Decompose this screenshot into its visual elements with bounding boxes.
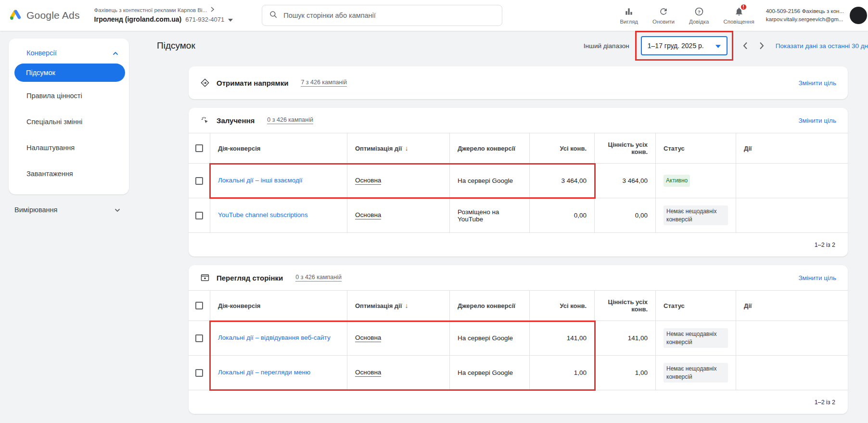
col-header-conversion-action[interactable]: Дія-конверсія <box>210 291 347 320</box>
left-navigation: Конверсії Підсумок Правила цінності Спец… <box>0 31 144 423</box>
sidebar-section-measurement[interactable]: Вимірювання <box>9 206 129 214</box>
select-all-cell <box>189 291 210 320</box>
col-header-all-conv-value[interactable]: Цінність усіх конв. <box>595 291 656 320</box>
page-title: Підсумок <box>157 40 195 51</box>
page-header: Підсумок Інший діапазон 1–17 груд. 2025 … <box>144 31 868 61</box>
global-search[interactable] <box>262 5 502 26</box>
nav-refresh[interactable]: Оновити <box>652 6 675 25</box>
col-header-actions[interactable]: Дії <box>736 291 848 320</box>
pagination-label: 1–2 із 2 <box>815 399 835 406</box>
goal-cards: Отримати напрямки 7 з 426 кампаній Зміни… <box>189 66 848 414</box>
col-header-source[interactable]: Джерело конверсії <box>450 133 530 163</box>
conversions-nav-card: Конверсії Підсумок Правила цінності Спец… <box>9 38 129 194</box>
col-header-source[interactable]: Джерело конверсії <box>450 291 530 320</box>
chevron-right-icon <box>211 7 214 14</box>
conversion-action-link[interactable]: Локальні дії – відвідування веб-сайту <box>218 333 331 343</box>
conversions-table-pageview: Дія-конверсія Оптимізація дії ↓ Джерело … <box>189 290 848 390</box>
sidebar-item-summary[interactable]: Підсумок <box>14 64 125 82</box>
col-header-optimization[interactable]: Оптимізація дії ↓ <box>347 133 450 163</box>
campaign-count-link[interactable]: 7 з 426 кампаній <box>301 79 347 87</box>
nav-refresh-label: Оновити <box>652 19 675 25</box>
conversion-action-link[interactable]: Локальні дії – перегляди меню <box>218 368 310 377</box>
nav-appearance[interactable]: Вигляд <box>620 6 638 25</box>
page-body: Конверсії Підсумок Правила цінності Спец… <box>0 31 868 423</box>
caret-down-icon <box>715 42 721 50</box>
row-checkbox[interactable] <box>195 212 203 219</box>
optimization-value[interactable]: Основна <box>355 334 381 342</box>
checkbox-cell <box>189 164 210 198</box>
optimization-value[interactable]: Основна <box>355 177 381 185</box>
status-badge: Немає нещодавніх конверсій <box>664 328 728 347</box>
date-prev-button[interactable] <box>737 39 753 52</box>
profile-info[interactable]: 400-509-2156 Фахівець з кон... karpov.vi… <box>766 7 844 24</box>
row-checkbox[interactable] <box>195 334 203 342</box>
col-header-all-conv[interactable]: Усі конв. <box>530 133 595 163</box>
sidebar-section-conversions[interactable]: Конверсії <box>9 43 129 63</box>
topbar-nav: Вигляд Оновити ? Довідка ! Сповіщення <box>620 6 754 25</box>
date-range-button[interactable]: 1–17 груд. 2025 р. <box>641 36 728 55</box>
col-header-all-conv-value[interactable]: Цінність усіх конв. <box>595 133 656 163</box>
optimization-value[interactable]: Основна <box>355 369 381 377</box>
nav-help-label: Довідка <box>689 19 709 25</box>
row-checkbox[interactable] <box>195 177 203 185</box>
table-row: YouTube channel subscriptions Основна Ро… <box>189 198 848 233</box>
conversion-action-link[interactable]: YouTube channel subscriptions <box>218 211 308 220</box>
actions-cell <box>736 198 848 232</box>
account-name: Ігроленд (igroland.com.ua) <box>94 15 182 24</box>
change-goal-link[interactable]: Змінити ціль <box>798 117 836 124</box>
section-title: Перегляд сторінки <box>217 274 283 282</box>
search-input[interactable] <box>283 12 495 19</box>
row-checkbox[interactable] <box>195 369 203 377</box>
source-value: На сервері Google <box>450 321 530 355</box>
show-last-30-days-link[interactable]: Показати дані за останні 30 дн <box>776 42 868 50</box>
sidebar-section-label: Конверсії <box>26 49 57 57</box>
status-badge: Немає нещодавніх конверсій <box>664 363 728 382</box>
campaign-count-link[interactable]: 0 з 426 кампаній <box>267 116 313 124</box>
col-header-actions[interactable]: Дії <box>736 133 848 163</box>
col-header-status[interactable]: Статус <box>656 291 736 320</box>
sidebar-item-value-rules[interactable]: Правила цінності <box>9 83 129 109</box>
sidebar-item-uploads[interactable]: Завантаження <box>9 161 129 187</box>
other-range-label[interactable]: Інший діапазон <box>584 42 629 50</box>
col-header-all-conv[interactable]: Усі конв. <box>530 291 595 320</box>
optimization-value[interactable]: Основна <box>355 211 381 219</box>
section-title: Отримати напрямки <box>217 79 288 87</box>
directions-icon <box>200 78 210 88</box>
avatar[interactable] <box>850 7 867 24</box>
topbar: Google Ads Фахівець з контекстної реклам… <box>0 0 868 31</box>
date-next-button[interactable] <box>753 39 770 52</box>
change-goal-link[interactable]: Змінити ціль <box>798 79 836 87</box>
conv-value-value: 0,00 <box>595 198 656 232</box>
profile-email-line: karpov.vitaliy.sergeevich@gm... <box>766 15 844 24</box>
select-all-checkbox[interactable] <box>195 302 203 309</box>
logo-wordmark: Google Ads <box>26 10 80 21</box>
col-header-optimization[interactable]: Оптимізація дії ↓ <box>347 291 450 320</box>
campaign-count-link[interactable]: 0 з 426 кампаній <box>295 274 342 282</box>
checkbox-cell <box>189 321 210 355</box>
goal-card-directions: Отримати напрямки 7 з 426 кампаній Зміни… <box>189 66 848 99</box>
sidebar-item-custom-variables[interactable]: Спеціальні змінні <box>9 109 129 135</box>
all-conv-value: 1,00 <box>530 356 595 390</box>
table-header-row: Дія-конверсія Оптимізація дії ↓ Джерело … <box>189 133 848 164</box>
actions-cell <box>736 164 848 198</box>
table-header-row: Дія-конверсія Оптимізація дії ↓ Джерело … <box>189 291 848 321</box>
conversions-table-engagement: Дія-конверсія Оптимізація дії ↓ Джерело … <box>189 133 848 233</box>
actions-cell <box>736 321 848 355</box>
sidebar-item-settings[interactable]: Налаштування <box>9 135 129 161</box>
nav-help[interactable]: ? Довідка <box>689 6 709 25</box>
google-ads-logo[interactable]: Google Ads <box>9 8 80 23</box>
conversion-action-link[interactable]: Локальні дії – інші взаємодії <box>218 176 303 185</box>
nav-appearance-label: Вигляд <box>620 19 638 25</box>
col-header-conversion-action[interactable]: Дія-конверсія <box>210 133 347 163</box>
goal-card-engagement: Залучення 0 з 426 кампаній Змінити ціль … <box>189 108 848 256</box>
account-switcher[interactable]: Фахівець з контекстної реклами Карпов Ві… <box>94 7 233 24</box>
col-header-status[interactable]: Статус <box>656 133 736 163</box>
section-title: Залучення <box>217 116 255 125</box>
measurement-label: Вимірювання <box>14 206 57 214</box>
all-conv-value: 3 464,00 <box>530 164 595 198</box>
change-goal-link[interactable]: Змінити ціль <box>798 274 836 282</box>
help-icon: ? <box>694 6 704 17</box>
profile-account-line: 400-509-2156 Фахівець з кон... <box>766 7 844 15</box>
nav-notifications[interactable]: ! Сповіщення <box>723 6 754 25</box>
select-all-checkbox[interactable] <box>195 144 203 152</box>
